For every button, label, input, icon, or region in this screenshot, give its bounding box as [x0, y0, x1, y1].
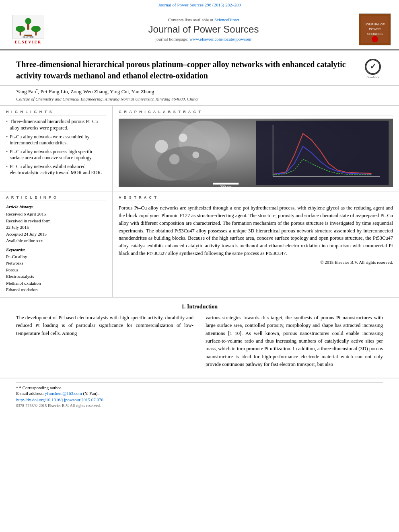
svg-point-22: [179, 134, 187, 142]
svg-rect-2: [27, 24, 29, 29]
svg-rect-5: [20, 31, 21, 35]
svg-text:POWER: POWER: [369, 27, 381, 31]
svg-text:✓: ✓: [370, 62, 376, 71]
footer-section: * * Corresponding author. E-mail address…: [0, 378, 399, 410]
article-title: Three-dimensional hierarchical porous pl…: [16, 59, 346, 81]
intro-left-text: The development of Pt-based electrocatal…: [16, 314, 193, 337]
svg-text:ELSEVIER: ELSEVIER: [23, 36, 34, 38]
keyword-4: Electrocatalysts: [6, 273, 106, 280]
crossmark-icon: ✓: [365, 59, 381, 75]
journal-header: ELSEVIER ELSEVIER Contents lists availab…: [0, 9, 399, 50]
svg-text:SOURCES: SOURCES: [367, 32, 383, 36]
bullet-icon-1: •: [6, 119, 8, 131]
svg-point-1: [25, 18, 31, 24]
journal-reference-text: Journal of Power Sources 296 (2015) 282–…: [158, 2, 241, 7]
highlight-item-3: • Pt–Cu alloy networks possess high spec…: [6, 149, 106, 161]
highlights-heading: H I G H L I G H T S: [6, 110, 106, 115]
keyword-1: Pt–Cu alloy: [6, 253, 106, 260]
intro-right-text: various strategies towards this target, …: [206, 314, 383, 369]
authors-line: Yang Fan*, Pei-Fang Liu, Zong-Wen Zhang,…: [0, 86, 399, 96]
keyword-3: Porous: [6, 267, 106, 273]
footer-copyright: 0378-7753/© 2015 Elsevier B.V. All right…: [16, 403, 383, 408]
svg-point-14: [372, 36, 378, 43]
email-label: E-mail address:: [16, 391, 44, 396]
accepted-date: Accepted 24 July 2015: [6, 231, 106, 238]
affiliation: College of Chemistry and Chemical Engine…: [0, 96, 399, 106]
abstract-heading: A B S T R A C T: [119, 195, 393, 201]
introduction-section: 1. Introduction The development of Pt-ba…: [0, 298, 399, 378]
crossmark-badge: ✓ CrossMark: [363, 59, 383, 79]
svg-point-20: [157, 146, 217, 181]
journal-reference-bar: Journal of Power Sources 296 (2015) 282–…: [0, 0, 399, 9]
keyword-6: Ethanol oxidation: [6, 286, 106, 293]
footnote-star: *: [16, 386, 19, 390]
svg-point-4: [31, 26, 41, 32]
email-line: E-mail address: yfunchem@163.com (Y. Fan…: [16, 391, 383, 396]
journal-homepage: journal homepage: www.elsevier.com/locat…: [48, 37, 359, 41]
article-history-title: Article history:: [6, 204, 106, 209]
highlight-text-4: Pt–Cu alloy networks exhibit enhanced el…: [10, 164, 106, 176]
corresponding-label: * Corresponding author.: [19, 385, 62, 390]
journal-center-info: Contents lists available at ScienceDirec…: [48, 17, 359, 41]
highlights-list: • Three-dimensional hierarchical porous …: [6, 119, 106, 176]
elsevier-logo-image: ELSEVIER: [12, 15, 44, 39]
highlights-graphical-section: H I G H L I G H T S • Three-dimensional …: [0, 106, 399, 191]
keyword-5: Methanol oxidation: [6, 280, 106, 287]
received-date: Received 6 April 2015: [6, 211, 106, 218]
bullet-icon-4: •: [6, 164, 8, 176]
highlight-text-1: Three-dimensional hierarchical porous Pt…: [10, 119, 106, 131]
abstract-column: A B S T R A C T Porous Pt–Cu alloy netwo…: [113, 191, 399, 297]
journal-title: Journal of Power Sources: [48, 24, 359, 35]
highlight-text-3: Pt–Cu alloy networks possess high specif…: [10, 149, 106, 161]
svg-point-3: [16, 26, 25, 32]
highlight-item-4: • Pt–Cu alloy networks exhibit enhanced …: [6, 164, 106, 176]
article-info-heading: A R T I C L E I N F O: [6, 195, 106, 201]
graphical-abstract-column: G R A P H I C A L A B S T R A C T: [113, 106, 399, 191]
sciencedirect-link[interactable]: ScienceDirect: [214, 17, 239, 22]
svg-point-23: [169, 154, 180, 165]
received-revised-label: Received in revised form: [6, 218, 106, 224]
elsevier-label: ELSEVIER: [15, 40, 42, 44]
doi-link[interactable]: http://dx.doi.org/10.1016/j.jpowsour.201…: [16, 397, 383, 402]
svg-rect-25: [256, 121, 389, 185]
svg-rect-6: [35, 31, 37, 35]
svg-point-21: [155, 140, 168, 153]
svg-point-24: [192, 152, 199, 158]
keyword-2: Networks: [6, 260, 106, 267]
highlight-text-2: Pt–Cu alloy networks were assembled by i…: [10, 134, 106, 146]
section-title: 1. Introduction: [16, 304, 383, 310]
highlight-item-2: • Pt–Cu alloy networks were assembled by…: [6, 134, 106, 146]
introduction-left: The development of Pt-based electrocatal…: [16, 314, 193, 372]
abstract-text: Porous Pt–Cu alloy networks are synthesi…: [119, 204, 393, 257]
svg-text:200 nm: 200 nm: [220, 185, 232, 187]
bullet-icon-3: •: [6, 149, 8, 161]
highlight-item-1: • Three-dimensional hierarchical porous …: [6, 119, 106, 131]
article-info-abstract-section: A R T I C L E I N F O Article history: R…: [0, 191, 399, 298]
introduction-right: various strategies towards this target, …: [206, 314, 383, 372]
contents-line: Contents lists available at ScienceDirec…: [48, 17, 359, 22]
svg-rect-28: [213, 183, 239, 185]
revised-date: 22 July 2015: [6, 224, 106, 231]
homepage-url[interactable]: www.elsevier.com/locate/jpowsour: [189, 37, 251, 41]
article-title-section: Three-dimensional hierarchical porous pl…: [0, 51, 399, 86]
email-suffix: (Y. Fan).: [83, 391, 99, 396]
available-online: Available online xxx: [6, 237, 106, 244]
keywords-title: Keywords:: [6, 247, 106, 252]
authors-text: Yang Fan*, Pei-Fang Liu, Zong-Wen Zhang,…: [16, 88, 154, 94]
journal-logo-right: JOURNAL OF POWER SOURCES: [359, 13, 391, 45]
svg-text:JOURNAL OF: JOURNAL OF: [365, 23, 385, 26]
graphical-abstract-heading: G R A P H I C A L A B S T R A C T: [119, 110, 393, 115]
bullet-icon-2: •: [6, 134, 8, 146]
graphical-abstract-image: 200 nm: [119, 119, 393, 187]
elsevier-logo: ELSEVIER ELSEVIER: [8, 15, 48, 44]
article-info-column: A R T I C L E I N F O Article history: R…: [0, 191, 113, 297]
crossmark-label: CrossMark: [366, 76, 379, 79]
introduction-two-column: The development of Pt-based electrocatal…: [16, 314, 383, 372]
abstract-copyright: © 2015 Elsevier B.V. All rights reserved…: [119, 260, 393, 265]
author-email[interactable]: yfunchem@163.com: [45, 391, 82, 396]
corresponding-author-note: * * Corresponding author.: [16, 385, 383, 390]
highlights-column: H I G H L I G H T S • Three-dimensional …: [0, 106, 113, 191]
